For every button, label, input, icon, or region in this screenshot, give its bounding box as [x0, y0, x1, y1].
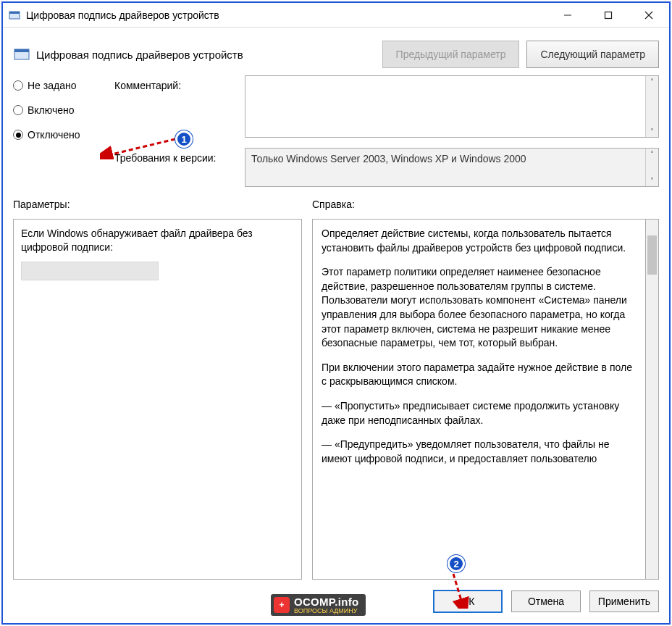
watermark-sub: ВОПРОСЫ АДМИНУ	[294, 607, 358, 614]
scroll-down-icon: ˅	[650, 177, 654, 185]
annotation-badge-1: 1	[175, 130, 193, 148]
svg-rect-1	[9, 12, 20, 14]
scrollbar[interactable]: ˄ ˅	[645, 149, 658, 186]
watermark-plus-icon: +	[274, 597, 290, 613]
policy-icon	[9, 9, 20, 21]
scroll-up-icon: ˄	[650, 78, 654, 85]
scrollbar-thumb[interactable]	[647, 235, 657, 275]
scroll-up-icon: ˄	[650, 150, 654, 158]
comment-textarea[interactable]: ˄ ˅	[245, 75, 659, 138]
requirements-box: Только Windows Server 2003, Windows XP и…	[245, 148, 659, 187]
close-icon	[644, 11, 653, 20]
radio-label: Включено	[28, 104, 75, 116]
radio-label: Не задано	[28, 80, 76, 91]
requirements-field-row: Требования к версии: Только Windows Serv…	[114, 148, 659, 187]
help-scrollbar[interactable]	[646, 219, 659, 580]
close-button[interactable]	[629, 3, 669, 27]
titlebar: Цифровая подпись драйверов устройств	[3, 3, 669, 28]
scrollbar[interactable]: ˄ ˅	[645, 76, 658, 137]
help-panel-wrap: Определяет действие системы, когда польз…	[312, 219, 659, 580]
watermark: + OCOMP.info ВОПРОСЫ АДМИНУ	[271, 594, 366, 616]
help-paragraph: — «Пропустить» предписывает системе прод…	[322, 399, 637, 427]
svg-rect-3	[605, 12, 612, 18]
ok-button[interactable]: ОК	[433, 590, 503, 613]
radio-icon	[13, 130, 23, 140]
state-radio-group: Не задано Включено Отключено	[13, 75, 114, 187]
help-panel: Определяет действие системы, когда польз…	[312, 219, 646, 580]
prev-setting-button[interactable]: Предыдущий параметр	[382, 41, 520, 68]
radio-not-configured[interactable]: Не задано	[13, 80, 114, 91]
requirements-label: Требования к версии:	[114, 148, 238, 187]
help-paragraph: Определяет действие системы, когда польз…	[322, 227, 637, 255]
minimize-icon	[563, 11, 572, 20]
help-paragraph: При включении этого параметра задайте ну…	[322, 361, 637, 389]
header-row: Цифровая подпись драйверов устройств Пре…	[3, 28, 669, 75]
section-labels-row: Параметры: Справка:	[3, 196, 669, 214]
help-section-label: Справка:	[312, 199, 659, 210]
policy-editor-window: Цифровая подпись драйверов устройств Циф…	[1, 1, 671, 625]
comment-field-row: Комментарий: ˄ ˅	[114, 75, 659, 138]
params-caption: Если Windows обнаруживает файл драйвера …	[21, 227, 294, 254]
policy-title: Цифровая подпись драйверов устройств	[36, 49, 375, 61]
minimize-button[interactable]	[547, 3, 588, 27]
scroll-down-icon: ˅	[650, 128, 654, 135]
action-dropdown[interactable]	[21, 262, 159, 280]
fields-column: Комментарий: ˄ ˅ Требования к версии: То…	[114, 75, 659, 187]
policy-icon-large	[13, 46, 30, 63]
window-controls	[547, 3, 669, 27]
radio-icon	[13, 80, 23, 91]
content-row: Если Windows обнаруживает файл драйвера …	[3, 214, 669, 580]
parameters-panel: Если Windows обнаруживает файл драйвера …	[13, 219, 302, 580]
next-setting-button[interactable]: Следующий параметр	[526, 41, 659, 68]
radio-enabled[interactable]: Включено	[13, 104, 114, 116]
comment-label: Комментарий:	[114, 75, 238, 138]
maximize-button[interactable]	[588, 3, 629, 27]
radio-label: Отключено	[28, 129, 80, 141]
help-paragraph: — «Предупредить» уведомляет пользователя…	[322, 438, 637, 466]
annotation-badge-2: 2	[448, 555, 465, 572]
window-title: Цифровая подпись драйверов устройств	[26, 9, 547, 21]
radio-disabled[interactable]: Отключено	[13, 129, 114, 141]
radio-icon	[13, 105, 23, 115]
maximize-icon	[604, 11, 613, 20]
requirements-value: Только Windows Server 2003, Windows XP и…	[251, 153, 526, 164]
svg-rect-7	[14, 49, 29, 52]
params-section-label: Параметры:	[13, 199, 312, 210]
cancel-button[interactable]: Отмена	[511, 590, 581, 612]
apply-button[interactable]: Применить	[589, 590, 659, 612]
help-paragraph: Этот параметр политики определяет наимен…	[322, 265, 637, 351]
watermark-main: OCOMP.info	[294, 596, 358, 608]
config-area: Не задано Включено Отключено Комментарий…	[3, 75, 669, 196]
